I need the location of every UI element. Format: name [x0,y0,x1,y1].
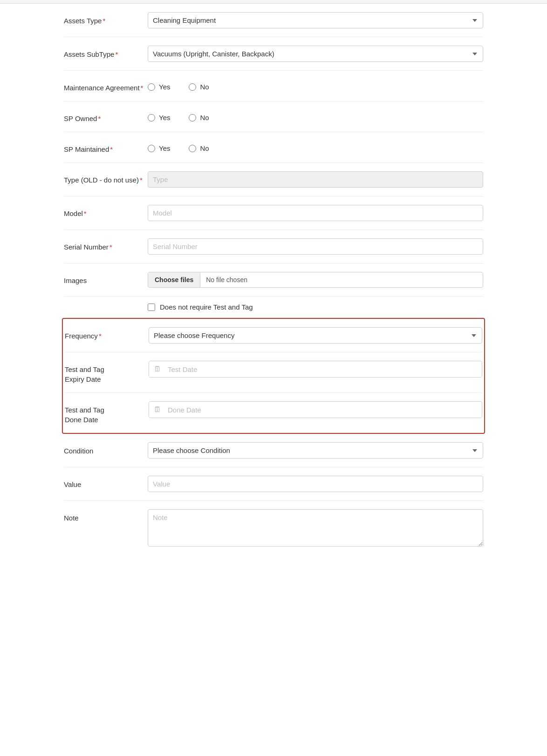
type-old-label: Type (OLD - do not use)* [64,171,148,185]
model-label: Model* [64,205,148,218]
model-input[interactable] [148,205,483,221]
maintenance-no-radio[interactable] [189,83,196,91]
test-tag-done-label: Test and Tag Done Date [65,401,149,425]
done-date-input[interactable] [166,402,482,418]
choose-files-button[interactable]: Choose files [148,272,200,287]
sp-owned-yes-option[interactable]: Yes [148,114,170,122]
maintenance-agreement-field: Yes No [148,79,483,91]
test-tag-expiry-label: Test and Tag Expiry Date [65,361,149,384]
assets-subtype-label: Assets SubType* [64,46,148,59]
sp-owned-label: SP Owned* [64,110,148,123]
test-tag-checkbox-row: Does not require Test and Tag [64,297,483,318]
maintenance-agreement-radio-group: Yes No [148,79,483,91]
sp-maintained-label: SP Maintained* [64,141,148,154]
no-test-tag-label[interactable]: Does not require Test and Tag [160,303,253,311]
sp-owned-no-option[interactable]: No [189,114,209,122]
form-container: Assets Type* Cleaning Equipment Assets S… [55,4,492,575]
sp-owned-no-radio[interactable] [189,114,196,122]
serial-number-field [148,238,483,255]
frequency-label: Frequency* [65,327,149,341]
sp-owned-yes-radio[interactable] [148,114,155,122]
sp-maintained-radio-group: Yes No [148,141,483,152]
file-input-wrapper: Choose files No file chosen [148,272,483,288]
note-textarea[interactable] [148,509,483,547]
note-field [148,509,483,548]
maintenance-yes-radio[interactable] [148,83,155,91]
serial-number-input[interactable] [148,238,483,255]
condition-field: Please choose Condition [148,442,483,459]
sp-owned-radio-group: Yes No [148,110,483,122]
type-old-input[interactable] [148,171,483,188]
done-date-wrapper: 🗓 [149,401,482,418]
sp-maintained-no-option[interactable]: No [189,144,209,152]
sp-maintained-row: SP Maintained* Yes No [64,132,483,163]
test-tag-done-field: 🗓 [149,401,482,418]
assets-type-label: Assets Type* [64,12,148,26]
condition-row: Condition Please choose Condition [64,434,483,467]
assets-subtype-field: Vacuums (Upright, Canister, Backpack) [148,46,483,62]
value-field [148,476,483,492]
maintenance-yes-option[interactable]: Yes [148,83,170,91]
type-old-row: Type (OLD - do not use)* [64,163,483,196]
value-input[interactable] [148,476,483,492]
condition-select[interactable]: Please choose Condition [148,442,483,459]
value-row: Value [64,467,483,501]
no-test-tag-checkbox[interactable] [148,304,155,311]
assets-subtype-row: Assets SubType* Vacuums (Upright, Canist… [64,37,483,71]
top-bar [0,0,547,4]
type-old-field [148,171,483,188]
test-tag-section: Frequency* Please choose Frequency Test … [62,318,485,434]
model-row: Model* [64,196,483,230]
model-field [148,205,483,221]
test-date-wrapper: 🗓 [149,361,482,378]
frequency-select[interactable]: Please choose Frequency [149,327,482,344]
note-row: Note [64,501,483,556]
calendar-icon-expiry: 🗓 [149,361,166,377]
test-tag-expiry-row: Test and Tag Expiry Date 🗓 [65,352,482,393]
maintenance-agreement-label: Maintenance Agreement* [64,79,148,93]
note-label: Note [64,509,148,523]
sp-maintained-yes-radio[interactable] [148,145,155,152]
assets-subtype-select[interactable]: Vacuums (Upright, Canister, Backpack) [148,46,483,62]
value-label: Value [64,476,148,489]
no-file-text: No file chosen [200,272,483,287]
test-tag-done-row: Test and Tag Done Date 🗓 [65,393,482,433]
assets-type-select[interactable]: Cleaning Equipment [148,12,483,28]
sp-maintained-field: Yes No [148,141,483,152]
test-date-input[interactable] [166,362,482,377]
maintenance-agreement-row: Maintenance Agreement* Yes No [64,71,483,101]
sp-owned-field: Yes No [148,110,483,122]
assets-type-row: Assets Type* Cleaning Equipment [64,4,483,37]
images-field: Choose files No file chosen [148,272,483,288]
condition-label: Condition [64,442,148,456]
images-label: Images [64,272,148,285]
images-row: Images Choose files No file chosen [64,263,483,297]
assets-type-field: Cleaning Equipment [148,12,483,28]
sp-maintained-yes-option[interactable]: Yes [148,144,170,152]
sp-maintained-no-radio[interactable] [189,145,196,152]
frequency-field: Please choose Frequency [149,327,482,344]
calendar-icon-done: 🗓 [149,402,166,418]
sp-owned-row: SP Owned* Yes No [64,101,483,132]
test-tag-expiry-field: 🗓 [149,361,482,378]
maintenance-no-option[interactable]: No [189,83,209,91]
serial-number-row: Serial Number* [64,230,483,263]
serial-number-label: Serial Number* [64,238,148,252]
frequency-row: Frequency* Please choose Frequency [65,319,482,352]
